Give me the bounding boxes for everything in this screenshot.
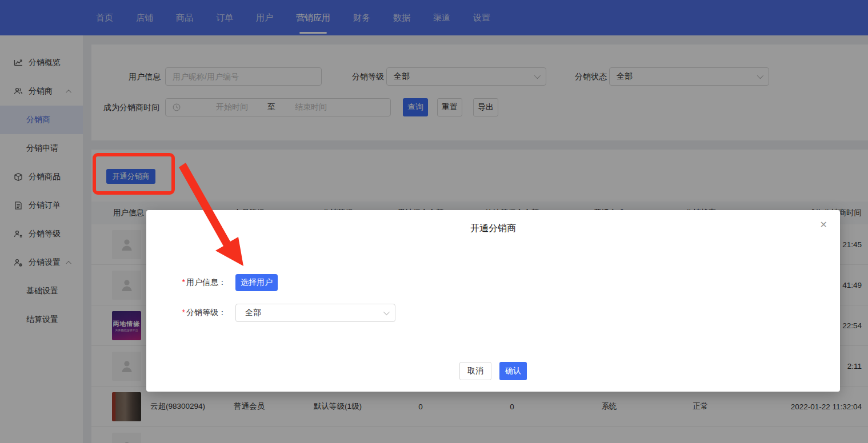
required-asterisk: * [182,308,185,317]
modal-title: 开通分销商 [146,223,840,235]
required-asterisk: * [182,277,185,287]
modal-level-value: 全部 [245,308,383,318]
choose-user-button[interactable]: 选择用户 [235,274,278,291]
modal-level-select[interactable]: 全部 [235,304,395,322]
user-info-field-label: *用户信息： [173,277,226,288]
modal-user-field: *用户信息： 选择用户 [173,274,278,291]
cancel-button[interactable]: 取消 [459,362,491,380]
modal-footer: 取消 确认 [146,362,840,380]
confirm-button[interactable]: 确认 [499,362,527,380]
modal-level-field: *分销等级： 全部 [173,304,395,322]
open-distributor-modal: 开通分销商 ✕ *用户信息： 选择用户 *分销等级： 全部 取消 确认 [146,210,840,392]
distribution-level-field-label: *分销等级： [173,308,226,318]
close-icon[interactable]: ✕ [820,220,827,229]
chevron-down-icon [383,309,390,315]
